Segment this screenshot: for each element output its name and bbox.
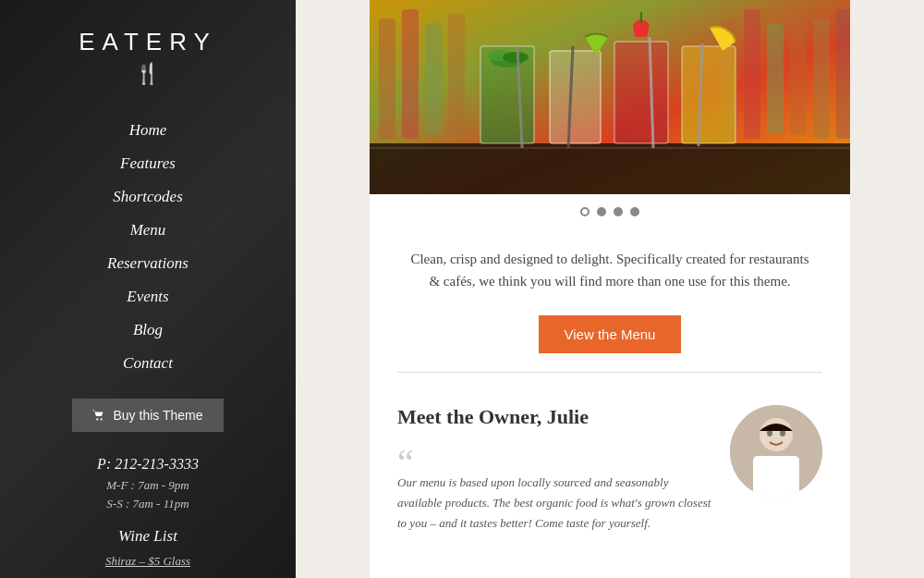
svg-rect-20: [550, 51, 601, 143]
nav-link-events[interactable]: Events: [127, 288, 168, 305]
owner-title: Meet the Owner, Julie: [397, 405, 711, 429]
fork-icon: 🍴: [79, 62, 217, 86]
section-divider: [397, 372, 822, 373]
svg-rect-24: [682, 46, 736, 143]
svg-rect-10: [790, 14, 807, 134]
svg-rect-4: [402, 9, 419, 139]
view-menu-label: View the Menu: [565, 326, 656, 342]
dot-3[interactable]: [614, 207, 623, 216]
nav-item-blog[interactable]: Blog: [107, 314, 188, 347]
nav-link-shortcodes[interactable]: Shortcodes: [113, 188, 183, 205]
svg-rect-13: [370, 143, 850, 194]
svg-point-1: [101, 418, 103, 420]
nav-item-shortcodes[interactable]: Shortcodes: [107, 180, 188, 214]
nav-link-home[interactable]: Home: [129, 121, 167, 139]
svg-rect-12: [836, 9, 850, 139]
svg-rect-6: [448, 14, 465, 134]
dot-2[interactable]: [597, 207, 606, 216]
svg-rect-8: [744, 9, 760, 139]
svg-point-18: [503, 52, 529, 63]
content-inner: Clean, crisp and designed to delight. Sp…: [370, 0, 850, 578]
cart-icon: [92, 409, 105, 422]
nav-link-reservations[interactable]: Reservations: [107, 254, 188, 272]
owner-text-area: Meet the Owner, Julie “ Our menu is base…: [397, 405, 711, 534]
nav-link-blog[interactable]: Blog: [133, 321, 163, 338]
phone-digits: 212-213-3333: [115, 456, 199, 472]
nav-item-reservations[interactable]: Reservations: [107, 247, 188, 280]
nav-item-events[interactable]: Events: [107, 280, 188, 314]
nav-item-contact[interactable]: Contact: [107, 347, 188, 380]
svg-rect-11: [813, 18, 830, 139]
buy-theme-button[interactable]: Buy this Theme: [72, 399, 223, 432]
main-nav: Home Features Shortcodes Menu Reservatio…: [107, 114, 188, 399]
owner-quote: Our menu is based upon locally sourced a…: [397, 473, 711, 534]
owner-section: Meet the Owner, Julie “ Our menu is base…: [370, 391, 850, 547]
nav-item-home[interactable]: Home: [107, 114, 188, 147]
svg-rect-22: [614, 42, 668, 143]
dot-1[interactable]: [580, 207, 590, 216]
wine-item-shiraz[interactable]: Shiraz – $5 Glass: [89, 550, 208, 572]
nav-item-features[interactable]: Features: [107, 147, 188, 180]
svg-rect-5: [425, 23, 442, 134]
hero-illustration: [370, 0, 850, 194]
hero-image: [370, 0, 850, 194]
svg-point-27: [760, 418, 793, 451]
buy-button-label: Buy this Theme: [113, 408, 202, 423]
sidebar: EATERY 🍴 Home Features Shortcodes Menu R…: [0, 0, 296, 578]
wine-item-ventoux[interactable]: Ventoux Rosé – $7 Glass: [89, 572, 208, 578]
quote-mark: “: [397, 454, 414, 473]
wine-list-section: Wine List Shiraz – $5 Glass Ventoux Rosé…: [89, 527, 208, 578]
hours-weekday: M-F : 7am - 9pm: [97, 476, 199, 496]
contact-info: P: 212-213-3333 M-F : 7am - 9pm S-S : 7a…: [97, 452, 199, 514]
svg-rect-3: [379, 18, 395, 139]
tagline-text: Clean, crisp and designed to delight. Sp…: [370, 229, 850, 301]
nav-link-menu[interactable]: Menu: [130, 221, 166, 239]
phone-number: P: 212-213-3333: [97, 452, 199, 476]
nav-menu: Home Features Shortcodes Menu Reservatio…: [107, 114, 188, 380]
wine-list-title: Wine List: [89, 527, 208, 546]
view-menu-button[interactable]: View the Menu: [539, 315, 682, 353]
nav-link-contact[interactable]: Contact: [123, 354, 173, 372]
hours-weekend: S-S : 7am - 11pm: [97, 495, 199, 514]
dot-4[interactable]: [630, 207, 639, 216]
nav-link-features[interactable]: Features: [120, 154, 176, 172]
owner-avatar: [730, 405, 822, 498]
logo-title: EATERY: [79, 28, 217, 56]
logo-area: EATERY 🍴: [79, 28, 217, 86]
svg-rect-9: [767, 23, 784, 134]
svg-point-0: [97, 418, 99, 420]
nav-item-menu[interactable]: Menu: [107, 214, 188, 247]
phone-label: P:: [97, 456, 111, 472]
avatar-image: [730, 405, 822, 498]
slider-dots: [370, 194, 850, 229]
main-content: Clean, crisp and designed to delight. Sp…: [296, 0, 924, 578]
